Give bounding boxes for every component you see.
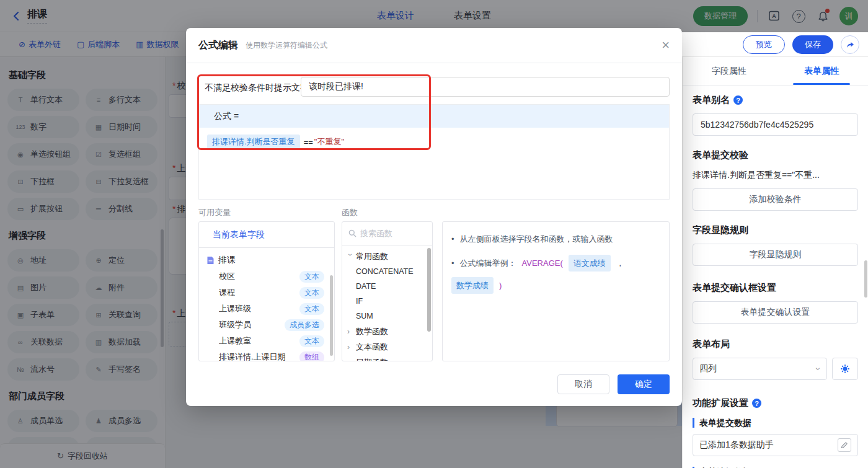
field-type-label: 图片 <box>30 282 46 293</box>
help-question-icon[interactable]: ? <box>733 95 743 105</box>
avatar[interactable]: 训 <box>839 7 858 25</box>
calendar-icon: ▦ <box>93 123 104 131</box>
field-type-location[interactable]: ⊕定位 <box>86 249 157 272</box>
layout-select-value: 四列 <box>699 363 717 374</box>
field-type-linked-query[interactable]: ⊞关联查询 <box>86 304 157 326</box>
form-title[interactable]: 排课 <box>27 8 47 24</box>
edit-icon[interactable] <box>838 438 851 452</box>
field-type-signature[interactable]: ✎手写签名 <box>86 358 157 381</box>
document-translate-icon[interactable]: A <box>767 9 782 24</box>
cancel-button[interactable]: 取消 <box>557 374 609 394</box>
form-external-link[interactable]: ⊘ 表单外链 <box>19 39 61 50</box>
variables-scrollbar[interactable] <box>330 275 333 356</box>
back-icon[interactable] <box>10 9 24 23</box>
type-badge: 文本 <box>299 287 324 299</box>
field-type-datetime[interactable]: ▦日期时间 <box>86 116 157 138</box>
layout-settings-button[interactable] <box>832 358 858 380</box>
field-type-dropdown[interactable]: ⊡下拉框 <box>7 170 79 193</box>
form-alias-input[interactable] <box>693 113 858 136</box>
field-type-member-multi[interactable]: ♟成员多选 <box>86 410 157 432</box>
field-type-serial-number[interactable]: №流水号 <box>7 358 79 381</box>
field-type-linked-data[interactable]: ∞关联数据 <box>7 331 79 353</box>
share-button[interactable] <box>841 35 859 54</box>
notification-bell-icon[interactable] <box>815 9 830 24</box>
canvas-field-input[interactable] <box>556 404 678 427</box>
field-type-multi-dropdown[interactable]: ⊟下拉复选框 <box>86 170 157 193</box>
help-question-icon[interactable]: ? <box>752 399 761 408</box>
field-type-subform[interactable]: ▣子表单 <box>7 304 79 326</box>
field-type-label: 多行文本 <box>108 94 141 105</box>
toolbar-link-label: 数据权限 <box>147 39 179 50</box>
function-group-math[interactable]: ›数学函数 <box>342 324 432 339</box>
field-type-attachment[interactable]: ☁附件 <box>86 276 157 299</box>
image-icon: ▤ <box>15 284 26 292</box>
function-item[interactable]: DATE <box>342 279 432 294</box>
preview-button[interactable]: 预览 <box>743 35 785 54</box>
data-manage-button[interactable]: 数据管理 <box>693 6 748 26</box>
data-permission-link[interactable]: ▥ 数据权限 <box>136 39 179 50</box>
variable-row[interactable]: 排课详情.上课日期数组 <box>199 349 334 361</box>
field-type-member-single[interactable]: ♙成员单选 <box>7 410 79 432</box>
variables-root-node[interactable]: 排课 <box>199 252 334 268</box>
variable-row[interactable]: 上课教室文本 <box>199 333 334 349</box>
properties-scrollbar[interactable] <box>864 260 867 298</box>
field-type-data-load[interactable]: ▥数据加载 <box>86 331 157 353</box>
function-search[interactable]: 搜索函数 <box>342 222 432 245</box>
variable-row[interactable]: 上课班级文本 <box>199 301 334 317</box>
tip-line: • 从左侧面板选择字段名和函数，或输入函数 <box>451 232 660 245</box>
section-title-member-fields: 部门成员字段 <box>9 391 156 402</box>
field-type-address[interactable]: ◎地址 <box>7 249 79 272</box>
formula-field-chip[interactable]: 排课详情.判断是否重复 <box>207 135 300 149</box>
formula-editor-area[interactable]: 公式 = 排课详情.判断是否重复 == "不重复" <box>198 104 670 200</box>
help-icon[interactable]: ? <box>791 9 806 24</box>
prompt-text-input[interactable] <box>301 77 670 97</box>
add-validation-button[interactable]: 添加校验条件 <box>693 188 858 211</box>
save-button[interactable]: 保存 <box>792 35 833 54</box>
field-type-image[interactable]: ▤图片 <box>7 276 79 299</box>
svg-text:A: A <box>772 13 776 19</box>
current-form-fields-tab[interactable]: 当前表单字段 <box>199 222 334 248</box>
field-type-multi-line-text[interactable]: ≡多行文本 <box>86 89 157 111</box>
variable-row[interactable]: 班级学员成员多选 <box>199 317 334 333</box>
dropdown-icon: ⊡ <box>15 178 26 186</box>
field-type-extend-button[interactable]: ▭扩展按钮 <box>7 198 79 220</box>
tab-field-properties[interactable]: 字段属性 <box>683 57 776 85</box>
function-item[interactable]: SUM <box>342 309 432 324</box>
field-type-number[interactable]: 123数字 <box>7 116 79 138</box>
pen-icon: ✎ <box>93 366 104 374</box>
field-type-radio-group[interactable]: ◉单选按钮组 <box>7 143 79 166</box>
example-field-chip: 数学成绩 <box>451 277 494 294</box>
field-visibility-button[interactable]: 字段显隐规则 <box>693 244 858 266</box>
confirm-button[interactable]: 确定 <box>618 374 670 394</box>
chevron-icon: › <box>347 327 353 336</box>
backend-script-link[interactable]: ▢ 后端脚本 <box>77 39 120 50</box>
sidebar-scrollbar[interactable] <box>161 229 164 347</box>
submit-confirm-button[interactable]: 表单提交确认设置 <box>693 301 858 324</box>
tab-form-properties[interactable]: 表单属性 <box>776 57 868 85</box>
function-group-date[interactable]: ›日期函数 <box>342 355 432 361</box>
tab-form-settings[interactable]: 表单设置 <box>454 10 491 22</box>
function-group-text[interactable]: ›文本函数 <box>342 339 432 355</box>
function-item[interactable]: IF <box>342 294 432 309</box>
field-type-label: 单选按钮组 <box>30 149 71 160</box>
field-type-checkbox-group[interactable]: ☑复选框组 <box>86 143 157 166</box>
variable-row[interactable]: 课程文本 <box>199 285 334 301</box>
chevron-icon: › <box>347 358 353 362</box>
layout-select[interactable]: 四列 › <box>693 358 827 380</box>
function-item[interactable]: CONCATENATE <box>342 264 432 279</box>
functions-tree: ›常用函数 CONCATENATE DATE IF SUM ›数学函数 ›文本函… <box>342 245 432 361</box>
variable-row[interactable]: 校区文本 <box>199 268 334 285</box>
close-icon[interactable]: × <box>662 38 670 52</box>
function-group-common[interactable]: ›常用函数 <box>342 249 432 264</box>
button-icon: ▭ <box>15 205 26 213</box>
field-recycle-bin[interactable]: ↻ 字段回收站 <box>0 443 165 468</box>
clipped-row-badge <box>299 360 324 361</box>
recycle-label: 字段回收站 <box>68 451 108 462</box>
submit-data-subheading: 表单提交数据 <box>693 418 858 428</box>
field-type-single-line-text[interactable]: T单行文本 <box>7 89 79 111</box>
field-type-label: 子表单 <box>30 309 55 320</box>
tab-form-design[interactable]: 表单设计 <box>377 10 414 22</box>
field-type-divider[interactable]: ═分割线 <box>86 198 157 220</box>
functions-scrollbar[interactable] <box>427 248 431 332</box>
chevron-icon: › <box>347 343 353 351</box>
